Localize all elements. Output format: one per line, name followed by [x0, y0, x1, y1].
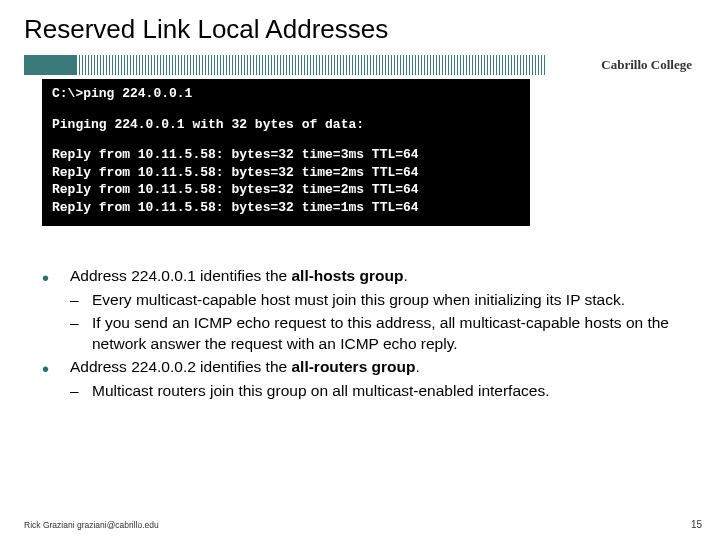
sub-item: – If you send an ICMP echo request to th…	[70, 313, 692, 355]
terminal-output: C:\>ping 224.0.0.1 Pinging 224.0.0.1 wit…	[42, 79, 530, 226]
terminal-reply: Reply from 10.11.5.58: bytes=32 time=1ms…	[52, 199, 520, 217]
terminal-cmd: C:\>ping 224.0.0.1	[52, 85, 520, 103]
sub-text: Multicast routers join this group on all…	[92, 381, 692, 402]
bullet-post: .	[403, 267, 407, 284]
dash-icon: –	[70, 313, 92, 334]
page-number: 15	[691, 519, 702, 530]
slide-title: Reserved Link Local Addresses	[0, 0, 720, 55]
bullet-bold: all-hosts group	[291, 267, 403, 284]
dash-icon: –	[70, 290, 92, 311]
footer-credit: Rick Graziani graziani@cabrillo.edu	[24, 520, 159, 530]
terminal-reply: Reply from 10.11.5.58: bytes=32 time=3ms…	[52, 146, 520, 164]
header-bar: Cabrillo College	[24, 55, 696, 75]
bullet-dot-icon: •	[42, 266, 70, 288]
terminal-reply: Reply from 10.11.5.58: bytes=32 time=2ms…	[52, 164, 520, 182]
terminal-header: Pinging 224.0.0.1 with 32 bytes of data:	[52, 116, 520, 134]
college-label: Cabrillo College	[601, 57, 692, 73]
college-wrap: Cabrillo College	[546, 55, 696, 75]
sub-text: Every multicast-capable host must join t…	[92, 290, 692, 311]
bar-stripes	[76, 55, 546, 75]
bullet-dot-icon: •	[42, 357, 70, 379]
sub-item: – Multicast routers join this group on a…	[70, 381, 692, 402]
sub-text: If you send an ICMP echo request to this…	[92, 313, 692, 355]
sub-item: – Every multicast-capable host must join…	[70, 290, 692, 311]
content-area: • Address 224.0.0.1 identifies the all-h…	[0, 226, 720, 402]
bullet-text: Address 224.0.0.1 identifies the all-hos…	[70, 266, 692, 287]
bullet-item: • Address 224.0.0.1 identifies the all-h…	[42, 266, 692, 288]
bar-accent	[24, 55, 76, 75]
bullet-item: • Address 224.0.0.2 identifies the all-r…	[42, 357, 692, 379]
terminal-reply: Reply from 10.11.5.58: bytes=32 time=2ms…	[52, 181, 520, 199]
bullet-text: Address 224.0.0.2 identifies the all-rou…	[70, 357, 692, 378]
bullet-pre: Address 224.0.0.2 identifies the	[70, 358, 291, 375]
dash-icon: –	[70, 381, 92, 402]
bullet-pre: Address 224.0.0.1 identifies the	[70, 267, 291, 284]
bullet-post: .	[415, 358, 419, 375]
bullet-bold: all-routers group	[291, 358, 415, 375]
